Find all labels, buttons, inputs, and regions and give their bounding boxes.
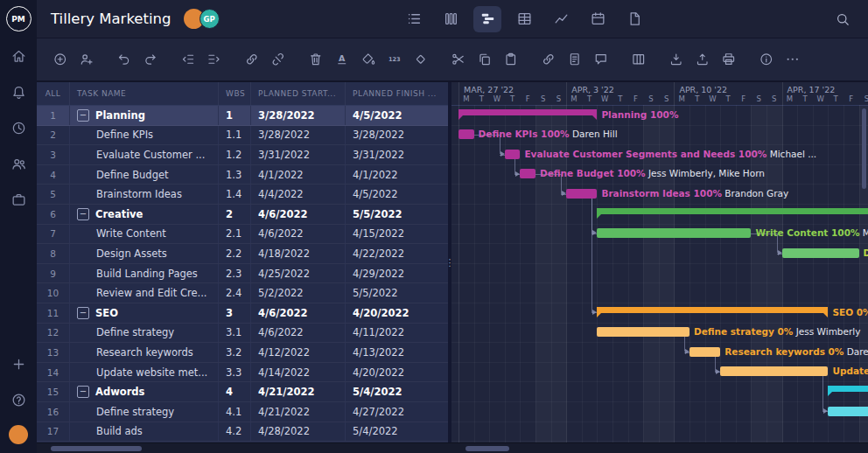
table-row[interactable]: 14Update website met...3.34/14/20224/20/… [37, 363, 448, 383]
task-name: Creative [95, 208, 143, 220]
gantt-hscroll-thumb[interactable] [466, 446, 509, 451]
table-row[interactable]: 7Write Content2.14/6/20224/15/2022 [37, 225, 448, 245]
toolbar-group [178, 50, 224, 69]
indent-button[interactable] [205, 50, 224, 69]
column-header: PLANNED START... [251, 82, 346, 105]
copy-button[interactable] [475, 50, 494, 69]
hyperlink-button[interactable] [539, 50, 558, 69]
print-button[interactable] [719, 50, 738, 69]
search-button[interactable] [830, 6, 856, 32]
sidebar-notifications-button[interactable] [4, 78, 32, 106]
paste-button[interactable] [501, 50, 521, 69]
collapse-toggle[interactable]: − [77, 208, 89, 220]
gantt-rows: Planning 100%Define KPIs 100% Daren Hill… [452, 105, 868, 443]
table-row[interactable]: 3Evaluate Customer ...1.23/31/20223/31/2… [37, 145, 448, 165]
gantt-vertical-scrollbar[interactable] [862, 108, 866, 189]
collapse-toggle[interactable]: − [77, 109, 89, 122]
gantt-task-bar[interactable] [566, 189, 597, 199]
collapse-toggle[interactable]: − [77, 386, 89, 398]
sidebar-team-button[interactable] [4, 150, 32, 178]
table-row[interactable]: 12Define strategy3.14/6/20224/11/2022 [37, 324, 448, 344]
cut-icon [451, 52, 466, 67]
gantt-bar-label: Update... [832, 366, 868, 377]
planned-start-cell: 4/4/2022 [251, 185, 346, 204]
sidebar-user-avatar[interactable] [9, 425, 28, 444]
table-row[interactable]: 13Research keywords3.24/12/20224/13/2022 [37, 343, 448, 363]
table-row[interactable]: 10Review and Edit Cre...2.45/2/20225/5/2… [37, 283, 448, 303]
planned-finish-cell: 5/5/2022 [346, 205, 448, 224]
more-button[interactable] [783, 50, 802, 69]
row-separator [452, 323, 868, 324]
comment-button[interactable] [592, 50, 611, 69]
table-row[interactable]: 11−SEO34/6/20224/20/2022 [37, 303, 448, 324]
table-row[interactable]: 15−Adwords44/21/20225/4/2022 [37, 382, 448, 402]
summary-cap-icon [597, 313, 601, 317]
table-row[interactable]: 16Define strategy4.14/21/20224/27/2022 [37, 402, 448, 422]
pm-logo[interactable]: PM [6, 6, 32, 31]
gantt-summary-bar[interactable] [458, 109, 597, 120]
sidebar-history-button[interactable] [4, 114, 32, 142]
gantt-task-bar[interactable] [690, 347, 720, 357]
table-row[interactable]: 9Build Landing Pages2.34/25/20224/29/202… [37, 264, 448, 284]
link-button[interactable] [242, 50, 262, 69]
sidebar-home-button[interactable] [4, 42, 32, 70]
table-row[interactable]: 5Brainstorm Ideas1.44/4/20224/5/2022 [37, 185, 448, 205]
numbers-button[interactable]: 123 [385, 50, 404, 69]
timeline-day-label: S [643, 94, 659, 103]
underline-button[interactable]: A [332, 50, 352, 69]
gantt-task-bar[interactable] [458, 129, 474, 139]
table-row[interactable]: 2Define KPIs1.13/28/20223/28/2022 [37, 126, 448, 146]
bar-label-text: Research keywords 0% [724, 346, 844, 357]
chart-view-button[interactable] [547, 6, 575, 32]
row-number-cell: 5 [37, 185, 70, 204]
table-row[interactable]: 4Define Budget1.34/1/20224/1/2022 [37, 165, 448, 185]
sidebar-help-button[interactable] [4, 386, 32, 414]
board-view-button[interactable] [437, 6, 465, 32]
table-row[interactable]: 1−Planning13/28/20224/5/2022 [37, 106, 448, 126]
gantt-summary-bar[interactable] [828, 386, 868, 396]
gantt-task-bar[interactable] [505, 150, 521, 159]
planned-start-cell: 4/6/2022 [251, 324, 346, 343]
undo-button[interactable] [115, 50, 134, 69]
export-button[interactable] [693, 50, 712, 69]
table-row[interactable]: 17Build ads4.24/28/20225/4/2022 [37, 422, 448, 443]
gantt-task-bar[interactable] [597, 228, 751, 238]
import-button[interactable] [667, 50, 686, 69]
fill-button[interactable] [359, 50, 378, 69]
gantt-view-button[interactable] [473, 6, 501, 32]
task-name-cell: Build Landing Pages [70, 264, 219, 283]
table-hscroll-thumb[interactable] [51, 446, 142, 451]
gantt-task-bar[interactable] [720, 366, 828, 376]
outdent-button[interactable] [178, 50, 198, 69]
sidebar-add-button[interactable] [4, 350, 32, 378]
row-separator [452, 441, 868, 442]
unlink-button[interactable] [269, 50, 288, 69]
planned-finish-cell: 4/22/2022 [346, 244, 448, 263]
gantt-task-bar[interactable] [782, 248, 859, 258]
doc-view-button[interactable] [620, 6, 648, 32]
info-button[interactable] [757, 50, 776, 69]
calendar-view-button[interactable] [584, 6, 612, 32]
assign-button[interactable] [77, 50, 96, 69]
avatar[interactable]: GP [200, 9, 220, 29]
gantt-task-bar[interactable] [520, 169, 536, 178]
collapse-toggle[interactable]: − [77, 307, 89, 319]
cut-button[interactable] [449, 50, 468, 69]
gantt-task-bar[interactable] [597, 327, 690, 337]
table-row[interactable]: 8Design Assets2.24/18/20224/22/2022 [37, 244, 448, 264]
redo-button[interactable] [141, 50, 160, 69]
notes-button[interactable] [565, 50, 584, 69]
sheet-view-button[interactable] [510, 6, 538, 32]
timeline-day-label: M [782, 94, 798, 103]
columns-button[interactable] [629, 50, 648, 69]
sidebar-portfolio-button[interactable] [4, 185, 32, 213]
gantt-summary-bar[interactable] [597, 208, 868, 219]
list-view-button[interactable] [400, 6, 428, 32]
toolbar-group [629, 50, 648, 69]
gantt-summary-bar[interactable] [597, 307, 828, 317]
milestone-button[interactable] [411, 50, 430, 69]
add-task-button[interactable] [51, 50, 70, 69]
gantt-task-bar[interactable] [828, 407, 868, 416]
delete-button[interactable] [306, 50, 326, 69]
table-row[interactable]: 6−Creative24/6/20225/5/2022 [37, 205, 448, 225]
